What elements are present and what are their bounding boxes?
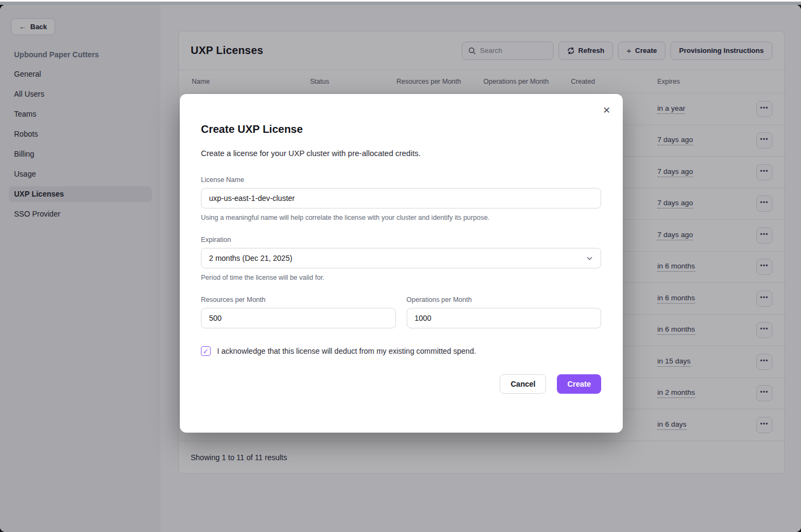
operations-label: Operations per Month: [407, 296, 602, 304]
modal-description: Create a license for your UXP cluster wi…: [201, 149, 601, 158]
expiration-field-group: Expiration 2 months (Dec 21, 2025) Perio…: [201, 236, 601, 281]
expiration-selected-value: 2 months (Dec 21, 2025): [209, 254, 292, 262]
modal-create-button[interactable]: Create: [557, 374, 601, 394]
resources-label: Resources per Month: [201, 296, 396, 304]
expiration-helper: Period of time the license will be valid…: [201, 274, 601, 281]
acknowledgement-row: ✓ I acknowledge that this license will d…: [201, 346, 601, 356]
expiration-label: Expiration: [201, 236, 601, 244]
expiration-select[interactable]: 2 months (Dec 21, 2025): [201, 248, 601, 268]
license-name-field-group: License Name Using a meaningful name wil…: [201, 176, 601, 221]
modal-title: Create UXP License: [201, 123, 601, 136]
limits-field-row: Resources per Month Operations per Month: [201, 296, 601, 328]
acknowledgement-label: I acknowledge that this license will ded…: [217, 347, 476, 355]
acknowledgement-checkbox[interactable]: ✓: [201, 346, 211, 356]
resources-field-group: Resources per Month: [201, 296, 396, 328]
browser-chrome-shadow: [0, 2, 801, 5]
close-icon[interactable]: ✕: [599, 103, 614, 118]
resources-input[interactable]: [201, 308, 396, 328]
operations-input[interactable]: [407, 308, 602, 328]
operations-field-group: Operations per Month: [407, 296, 602, 328]
license-name-helper: Using a meaningful name will help correl…: [201, 214, 601, 221]
cancel-button[interactable]: Cancel: [500, 374, 546, 394]
license-name-input[interactable]: [201, 188, 601, 208]
create-license-modal: ✕ Create UXP License Create a license fo…: [180, 94, 623, 433]
chevron-down-icon: [586, 255, 593, 262]
license-name-label: License Name: [201, 176, 601, 184]
modal-actions: Cancel Create: [201, 374, 601, 394]
